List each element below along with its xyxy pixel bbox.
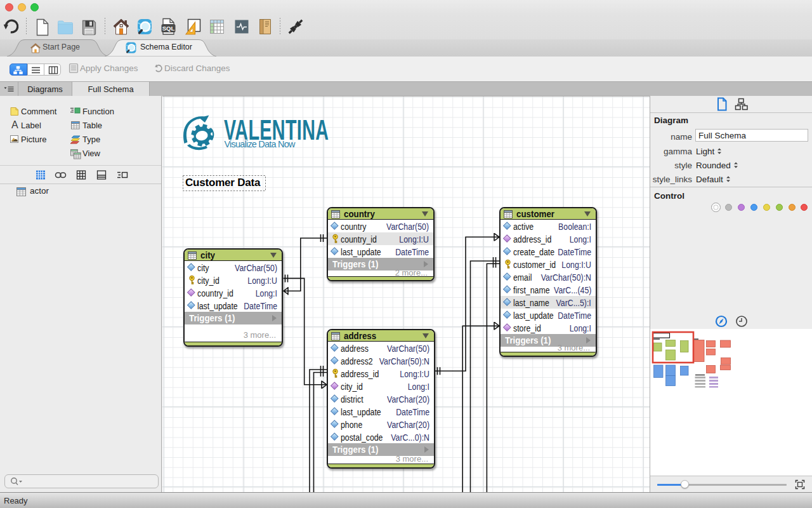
svg-text:A: A [11, 119, 18, 130]
svg-text:SQL: SQL [162, 25, 175, 32]
